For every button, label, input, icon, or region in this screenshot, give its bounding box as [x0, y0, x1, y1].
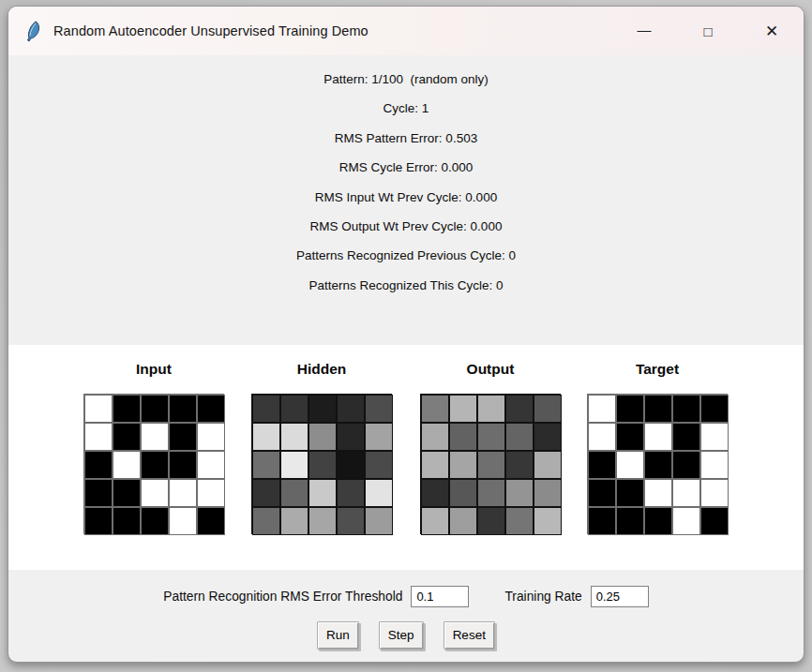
grid-cell: [337, 423, 365, 451]
grid-cell: [588, 395, 616, 423]
grid-cell: [449, 451, 477, 479]
input-grid-panel: Input: [83, 345, 225, 534]
grid-cell: [308, 423, 337, 451]
grid-cell: [113, 423, 141, 451]
grid-cell: [421, 395, 449, 423]
grid-cell: [365, 451, 393, 479]
grid-cell: [700, 423, 729, 451]
grid-cell: [365, 423, 393, 451]
grid-cell: [505, 507, 534, 535]
grid-cell: [252, 507, 280, 535]
grid-cell: [421, 451, 449, 479]
grid-cell: [113, 395, 141, 423]
grid-cell: [505, 423, 534, 451]
grid-cell: [84, 423, 113, 451]
grid-cell: [197, 479, 225, 507]
grid-cell: [280, 451, 308, 479]
grid-cell: [700, 395, 729, 423]
grid-cell: [84, 479, 113, 507]
grid-cell: [280, 507, 308, 535]
titlebar[interactable]: Random Autoencoder Unsupervised Training…: [8, 7, 804, 55]
close-button[interactable]: ✕: [750, 10, 793, 52]
training-rate-input[interactable]: [591, 586, 649, 607]
status-cycle: Cycle: 1: [8, 94, 804, 123]
output-grid-title: Output: [419, 361, 562, 378]
grid-cell: [505, 479, 534, 507]
grid-cell: [505, 395, 534, 423]
grid-cell: [113, 479, 141, 507]
hidden-grid-title: Hidden: [250, 361, 393, 378]
grid-cell: [534, 507, 562, 535]
grid-cell: [337, 451, 365, 479]
grid-cell: [672, 479, 700, 507]
status-block: Pattern: 1/100 (random only) Cycle: 1 RM…: [8, 55, 804, 300]
grid-cell: [308, 451, 337, 479]
grid-cell: [169, 451, 197, 479]
grid-cell: [252, 451, 280, 479]
grid-cell: [337, 395, 365, 423]
grid-cell: [141, 395, 169, 423]
grid-cell: [169, 479, 197, 507]
step-button[interactable]: Step: [379, 621, 424, 650]
grid-cell: [280, 479, 308, 507]
grid-cell: [644, 507, 672, 535]
status-rms-output-wt: RMS Output Wt Prev Cycle: 0.000: [8, 212, 804, 241]
grid-cell: [644, 451, 672, 479]
input-grid: [83, 394, 224, 534]
grid-cell: [141, 479, 169, 507]
grid-cell: [280, 395, 308, 423]
grid-cell: [113, 451, 141, 479]
threshold-input[interactable]: [411, 586, 469, 607]
grid-cell: [588, 479, 616, 507]
training-rate-label: Training Rate: [504, 590, 581, 604]
grid-cell: [700, 451, 729, 479]
maximize-button[interactable]: □: [686, 10, 729, 52]
grid-cell: [169, 395, 197, 423]
target-grid-title: Target: [586, 361, 729, 378]
grid-cell: [421, 423, 449, 451]
grid-cell: [308, 479, 337, 507]
grid-cell: [449, 423, 477, 451]
target-grid: [587, 394, 728, 534]
grid-cell: [477, 451, 505, 479]
python-feather-icon: [23, 20, 42, 42]
grid-cell: [84, 451, 113, 479]
status-rms-input-wt: RMS Input Wt Prev Cycle: 0.000: [8, 183, 804, 212]
grid-cell: [197, 395, 225, 423]
grid-cell: [672, 423, 700, 451]
grid-cell: [534, 395, 562, 423]
grid-cell: [252, 479, 280, 507]
grid-cell: [449, 507, 477, 535]
controls-panel: Pattern Recognition RMS Error Threshold …: [8, 570, 804, 662]
app-window: Random Autoencoder Unsupervised Training…: [8, 6, 804, 663]
grid-cell: [365, 479, 393, 507]
grid-cell: [477, 395, 505, 423]
grid-cell: [505, 451, 534, 479]
hidden-grid-panel: Hidden: [250, 345, 393, 534]
grid-cell: [644, 423, 672, 451]
grid-cell: [644, 479, 672, 507]
grid-cell: [588, 423, 616, 451]
grid-cell: [421, 479, 449, 507]
grid-cell: [308, 395, 337, 423]
grid-cell: [337, 507, 365, 535]
grid-cell: [477, 423, 505, 451]
grid-cell: [616, 423, 644, 451]
grid-cell: [84, 507, 113, 535]
status-rms-pattern-error: RMS Pattern Error: 0.503: [8, 124, 804, 153]
run-button[interactable]: Run: [317, 621, 359, 650]
threshold-label: Pattern Recognition RMS Error Threshold: [163, 590, 402, 604]
output-grid-panel: Output: [419, 345, 562, 534]
grid-cell: [477, 479, 505, 507]
grid-cell: [616, 507, 644, 535]
grid-cell: [449, 395, 477, 423]
input-grid-title: Input: [83, 361, 225, 378]
grid-cell: [616, 451, 644, 479]
grid-cell: [337, 479, 365, 507]
grid-cell: [616, 395, 644, 423]
buttons-row: Run Step Reset: [8, 621, 804, 650]
grid-cell: [141, 451, 169, 479]
grid-cell: [252, 423, 280, 451]
minimize-button[interactable]: —: [623, 10, 666, 52]
reset-button[interactable]: Reset: [444, 621, 495, 650]
